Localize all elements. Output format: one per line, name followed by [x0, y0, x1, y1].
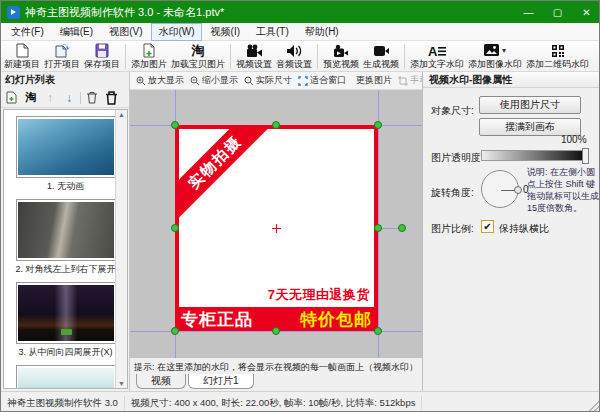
slide-move-up-button[interactable]: ↑ [42, 90, 58, 106]
menu-bar: 文件(F) 编辑(E) 视图(V) 水印(W) 视频(I) 工具(T) 帮助(H… [1, 23, 600, 41]
watermark-banner-left-text: 专柜正品 [181, 308, 253, 331]
rotation-note-text: 说明: 在左侧小圆点上按住 Shift 键拖动鼠标可以生成15度倍数角。 [527, 166, 599, 214]
load-taobao-images-button[interactable]: 淘 加载宝贝图片 [169, 42, 227, 71]
menu-file[interactable]: 文件(F) [4, 23, 51, 41]
zoom-out-button[interactable]: 缩小显示 [187, 74, 241, 87]
slide-list: 1. 无动画 2. 对角线左上到右下展开 3. 从中间向四周展开(X) ▲ ▼ [3, 109, 128, 389]
main-area: 幻灯片列表 淘 ↑ ↓ 1. 无动画 [1, 72, 600, 391]
rotation-dial[interactable] [481, 170, 519, 208]
magnifier-icon [244, 76, 254, 86]
toolbar-label: 新建项目 [4, 58, 40, 71]
main-toolbar: 新建项目 打开项目 保存项目 添加图片 淘 加载宝贝图片 [1, 41, 600, 72]
close-button[interactable]: ✕ [572, 1, 600, 23]
slide-delete-button[interactable] [84, 90, 100, 106]
resize-handle-middle-right[interactable] [374, 224, 382, 232]
resize-handle-top-left[interactable] [171, 121, 179, 129]
audio-settings-button[interactable]: 音频设置 [274, 42, 314, 71]
window-title: 神奇主图视频制作软件 3.0 - 未命名1.ptv* [25, 5, 224, 20]
open-project-button[interactable]: 打开项目 [42, 42, 82, 71]
toolbar-label: 生成视频 [363, 58, 399, 71]
replace-image-button[interactable]: 更换图片 [353, 74, 395, 87]
qrcode-watermark-icon [551, 43, 565, 58]
canvas-toolbar-label: 手动裁剪和翻转 [410, 74, 422, 87]
toolbar-separator [317, 44, 318, 69]
image-ratio-label: 图片比例: [431, 222, 474, 236]
add-image-button[interactable]: 添加图片 [129, 42, 169, 71]
toolbar-separator [80, 92, 81, 104]
slide-item-2[interactable]: 2. 对角线左上到右下展开 [12, 199, 120, 276]
video-settings-button[interactable]: 视频设置 [234, 42, 274, 71]
scroll-up-icon[interactable]: ▲ [118, 111, 125, 118]
generate-video-button[interactable]: 生成视频 [361, 42, 401, 71]
taobao-icon: 淘 [192, 43, 205, 58]
add-text-watermark-button[interactable]: A 添加文字水印 [408, 42, 466, 71]
slide-clear-all-button[interactable] [103, 90, 119, 106]
text-watermark-icon: A [428, 43, 446, 58]
use-image-size-button[interactable]: 使用图片尺寸 [479, 96, 581, 114]
slide-move-down-button[interactable]: ↓ [61, 90, 77, 106]
slide-caption: 3. 从中间向四周展开(X) [12, 346, 120, 359]
slide-item-1[interactable]: 1. 无动画 [12, 116, 120, 193]
menu-watermark[interactable]: 水印(W) [151, 23, 201, 41]
keep-aspect-ratio-checkbox[interactable]: ✔ [481, 220, 494, 233]
properties-panel-title: 视频水印-图像属性 [423, 72, 600, 88]
preview-video-button[interactable]: 预览视频 [321, 42, 361, 71]
maximize-button[interactable]: ▢ [543, 1, 572, 23]
resize-handle-top-center[interactable] [272, 121, 280, 129]
zoom-in-button[interactable]: 放大显示 [133, 74, 187, 87]
resize-grip[interactable] [589, 401, 599, 411]
preview-video-icon [333, 43, 349, 58]
opacity-slider-thumb[interactable] [582, 148, 589, 164]
slide-thumbnail [16, 282, 116, 344]
minimize-button[interactable]: — [514, 1, 543, 23]
slide-list-toolbar: 淘 ↑ ↓ [1, 88, 129, 108]
rotation-dial-handle[interactable] [514, 186, 522, 194]
menu-tools[interactable]: 工具(T) [249, 23, 296, 41]
scroll-down-icon[interactable]: ▼ [118, 380, 125, 387]
app-logo-icon [7, 6, 20, 19]
dropdown-caret-icon: ▾ [502, 46, 506, 55]
object-size-label: 对象尺寸: [431, 104, 474, 118]
toolbar-label: 打开项目 [44, 58, 80, 71]
slide-list-panel: 幻灯片列表 淘 ↑ ↓ 1. 无动画 [1, 72, 130, 391]
watermark-return-text: 7天无理由退换货 [268, 286, 370, 304]
watermark-stage[interactable]: 实物拍摄 7天无理由退换货 专柜正品 特价包邮 [130, 90, 422, 358]
actual-size-button[interactable]: 实际尺寸 [241, 74, 295, 87]
resize-handle-bottom-right[interactable] [374, 327, 382, 335]
rotation-handle[interactable] [398, 224, 406, 232]
canvas-toolbar-label: 缩小显示 [202, 74, 238, 87]
audio-settings-icon [286, 43, 302, 58]
slide-caption: 2. 对角线左上到右下展开 [12, 263, 120, 276]
fit-window-button[interactable]: 适合窗口 [295, 74, 349, 87]
toolbar-label: 添加二维码水印 [526, 58, 589, 71]
toolbar-separator [125, 44, 126, 69]
add-image-watermark-button[interactable]: ▾ 添加图像水印 [466, 42, 524, 71]
new-project-icon [15, 43, 29, 58]
menu-edit[interactable]: 编辑(E) [53, 23, 100, 41]
status-bar: 神奇主图视频制作软件 3.0 视频尺寸: 400 x 400, 时长: 22.0… [1, 391, 600, 412]
menu-help[interactable]: 帮助(H) [298, 23, 346, 41]
canvas-toolbar-label: 更换图片 [356, 74, 392, 87]
resize-handle-bottom-left[interactable] [171, 327, 179, 335]
image-watermark-icon: ▾ [484, 43, 506, 58]
tab-slide1[interactable]: 幻灯片1 [188, 374, 254, 389]
slide-add-button[interactable] [4, 90, 20, 106]
opacity-slider[interactable] [481, 150, 587, 161]
new-project-button[interactable]: 新建项目 [2, 42, 42, 71]
manual-crop-flip-button[interactable]: 手动裁剪和翻转 [395, 74, 422, 87]
menu-view[interactable]: 视图(V) [102, 23, 149, 41]
slide-taobao-button[interactable]: 淘 [23, 90, 39, 106]
status-video-info: 视频尺寸: 400 x 400, 时长: 22.00秒, 帧率: 10帧/秒, … [125, 396, 423, 410]
slide-item-3[interactable]: 3. 从中间向四周展开(X) [12, 282, 120, 359]
resize-handle-middle-left[interactable] [171, 224, 179, 232]
add-qrcode-watermark-button[interactable]: 添加二维码水印 [524, 42, 591, 71]
slide-item-4[interactable] [12, 365, 120, 389]
save-project-button[interactable]: 保存项目 [82, 42, 122, 71]
menu-video[interactable]: 视频(I) [204, 23, 247, 41]
toolbar-label: 保存项目 [84, 58, 120, 71]
resize-handle-top-right[interactable] [374, 121, 382, 129]
tab-video[interactable]: 视频 [136, 374, 186, 389]
slide-list-scrollbar[interactable]: ▲ ▼ [115, 110, 127, 388]
resize-handle-bottom-center[interactable] [272, 327, 280, 335]
watermark-ribbon: 实物拍摄 [175, 125, 281, 229]
